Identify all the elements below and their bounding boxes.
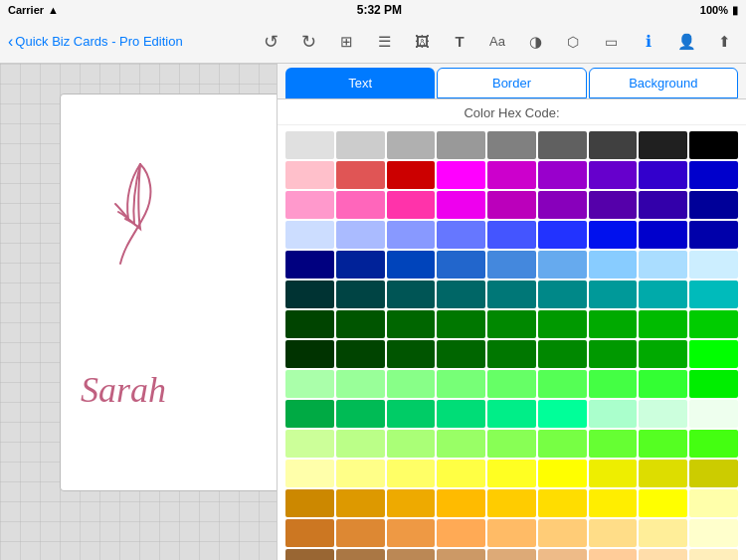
list-button[interactable]: ☰ (370, 28, 398, 56)
color-cell[interactable] (336, 370, 385, 398)
color-cell[interactable] (437, 340, 485, 368)
color-cell[interactable] (437, 221, 485, 249)
color-cell[interactable] (639, 191, 687, 219)
color-cell[interactable] (487, 519, 536, 547)
color-cell[interactable] (487, 251, 536, 279)
color-cell[interactable] (689, 131, 738, 159)
color-cell[interactable] (538, 161, 587, 189)
color-cell[interactable] (336, 489, 385, 517)
color-cell[interactable] (538, 310, 587, 338)
color-cell[interactable] (538, 400, 587, 428)
tab-background[interactable]: Background (589, 68, 738, 98)
share-button[interactable]: ⬆ (710, 28, 738, 56)
color-cell[interactable] (285, 340, 334, 368)
color-cell[interactable] (285, 280, 334, 308)
color-cell[interactable] (589, 191, 638, 219)
font-size-button[interactable]: Aa (483, 28, 511, 56)
color-cell[interactable] (387, 519, 436, 547)
color-cell[interactable] (538, 430, 587, 458)
undo-button[interactable]: ↺ (257, 28, 284, 56)
color-cell[interactable] (487, 191, 536, 219)
color-cell[interactable] (639, 221, 687, 249)
color-cell[interactable] (589, 251, 638, 279)
color-cell[interactable] (437, 519, 485, 547)
color-cell[interactable] (487, 310, 536, 338)
color-cell[interactable] (589, 161, 638, 189)
color-cell[interactable] (538, 370, 587, 398)
color-cell[interactable] (487, 370, 536, 398)
color-cell[interactable] (639, 310, 687, 338)
color-cell[interactable] (639, 519, 687, 547)
color-cell[interactable] (336, 460, 385, 487)
color-cell[interactable] (487, 460, 536, 487)
color-cell[interactable] (639, 280, 687, 308)
color-cell[interactable] (639, 549, 687, 560)
color-cell[interactable] (689, 400, 738, 428)
color-cell[interactable] (538, 549, 587, 560)
shape-button[interactable]: ⬡ (559, 28, 587, 56)
color-cell[interactable] (589, 370, 638, 398)
color-cell[interactable] (437, 161, 485, 189)
color-cell[interactable] (487, 340, 536, 368)
color-cell[interactable] (387, 549, 436, 560)
text-format-button[interactable]: T (446, 28, 473, 56)
color-cell[interactable] (437, 549, 485, 560)
color-cell[interactable] (336, 549, 385, 560)
color-cell[interactable] (387, 489, 436, 517)
color-cell[interactable] (285, 131, 334, 159)
color-cell[interactable] (589, 489, 638, 517)
color-cell[interactable] (387, 430, 436, 458)
color-cell[interactable] (336, 221, 385, 249)
color-cell[interactable] (387, 340, 436, 368)
color-cell[interactable] (639, 460, 687, 487)
color-cell[interactable] (387, 280, 436, 308)
color-cell[interactable] (387, 221, 436, 249)
color-cell[interactable] (589, 310, 638, 338)
color-cell[interactable] (336, 310, 385, 338)
color-cell[interactable] (538, 340, 587, 368)
color-cell[interactable] (437, 191, 485, 219)
color-cell[interactable] (589, 460, 638, 487)
color-cell[interactable] (689, 191, 738, 219)
color-cell[interactable] (589, 131, 638, 159)
color-cell[interactable] (336, 340, 385, 368)
color-cell[interactable] (689, 310, 738, 338)
info-button[interactable]: ℹ (635, 28, 662, 56)
color-cell[interactable] (689, 161, 738, 189)
color-cell[interactable] (387, 370, 436, 398)
color-cell[interactable] (487, 400, 536, 428)
color-cell[interactable] (285, 251, 334, 279)
color-cell[interactable] (689, 370, 738, 398)
color-cell[interactable] (387, 460, 436, 487)
color-cell[interactable] (589, 221, 638, 249)
color-cell[interactable] (387, 400, 436, 428)
color-cell[interactable] (689, 280, 738, 308)
back-button[interactable]: ‹ Quick Biz Cards - Pro Edition (8, 33, 183, 51)
color-cell[interactable] (285, 400, 334, 428)
color-cell[interactable] (437, 251, 485, 279)
color-cell[interactable] (285, 460, 334, 487)
color-cell[interactable] (487, 280, 536, 308)
color-cell[interactable] (285, 549, 334, 560)
color-cell[interactable] (538, 280, 587, 308)
layout-button[interactable]: ▭ (597, 28, 625, 56)
color-cell[interactable] (538, 191, 587, 219)
color-cell[interactable] (336, 251, 385, 279)
redo-button[interactable]: ↻ (294, 28, 322, 56)
color-cell[interactable] (336, 191, 385, 219)
color-cell[interactable] (639, 489, 687, 517)
color-cell[interactable] (387, 310, 436, 338)
color-cell[interactable] (437, 310, 485, 338)
color-cell[interactable] (689, 221, 738, 249)
contrast-button[interactable]: ◑ (521, 28, 549, 56)
color-cell[interactable] (639, 400, 687, 428)
color-cell[interactable] (689, 340, 738, 368)
color-cell[interactable] (336, 280, 385, 308)
color-cell[interactable] (689, 489, 738, 517)
person-button[interactable]: 👤 (672, 28, 700, 56)
color-cell[interactable] (589, 340, 638, 368)
color-cell[interactable] (487, 430, 536, 458)
color-cell[interactable] (487, 221, 536, 249)
color-cell[interactable] (589, 549, 638, 560)
color-cell[interactable] (589, 519, 638, 547)
